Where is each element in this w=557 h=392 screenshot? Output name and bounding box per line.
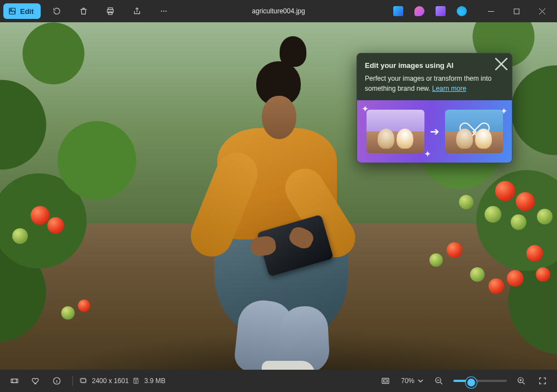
- fullscreen-icon: [538, 376, 547, 385]
- svg-rect-4: [108, 12, 112, 14]
- ai-edit-popup: Edit your images using AI Perfect your i…: [356, 53, 512, 163]
- photos-app-tile[interactable]: [393, 6, 403, 16]
- heart-icon: [31, 376, 40, 385]
- minimize-button[interactable]: [478, 0, 504, 22]
- onedrive-app-tile[interactable]: [457, 6, 467, 16]
- zoom-out-icon: [434, 376, 443, 385]
- dimensions-icon: [80, 377, 87, 385]
- titlebar: Edit agriculture004.jpg: [0, 0, 557, 22]
- svg-rect-14: [135, 378, 138, 380]
- app-launchers: [393, 6, 478, 16]
- ai-popup-title: Edit your images using AI: [365, 60, 494, 71]
- onenote-app-tile[interactable]: [436, 6, 446, 16]
- arrow-icon: ➔: [430, 125, 439, 138]
- svg-rect-8: [514, 9, 519, 14]
- more-button[interactable]: [153, 0, 174, 22]
- maximize-icon: [514, 8, 520, 14]
- rotate-icon: [52, 7, 61, 16]
- zoom-slider[interactable]: [453, 380, 507, 382]
- edit-icon: [8, 7, 17, 16]
- edit-button[interactable]: Edit: [3, 3, 41, 19]
- image-dimensions: 2400 x 1601: [80, 377, 129, 385]
- delete-button[interactable]: [73, 0, 94, 22]
- svg-rect-16: [382, 378, 389, 383]
- print-button[interactable]: [100, 0, 121, 22]
- svg-point-5: [160, 11, 162, 12]
- more-icon: [159, 7, 168, 16]
- info-button[interactable]: [48, 372, 66, 390]
- zoom-in-button[interactable]: [512, 372, 530, 390]
- svg-point-6: [163, 11, 164, 12]
- rotate-button[interactable]: [46, 0, 67, 22]
- zoom-in-icon: [517, 376, 526, 385]
- zoom-dropdown[interactable]: 70%: [398, 375, 427, 386]
- zoom-out-button[interactable]: [430, 372, 448, 390]
- svg-point-7: [165, 11, 166, 12]
- svg-rect-9: [11, 379, 18, 383]
- disk-icon: [132, 377, 140, 385]
- ai-after-thumb: [445, 110, 503, 153]
- fullscreen-button[interactable]: [534, 372, 551, 390]
- ai-popup-preview: ✦ ✦ ✦ ➔: [357, 100, 512, 163]
- fit-to-window-button[interactable]: [377, 372, 394, 390]
- trash-icon: [79, 7, 88, 16]
- share-button[interactable]: [126, 0, 148, 22]
- share-icon: [133, 7, 141, 16]
- filmstrip-icon: [10, 376, 19, 385]
- statusbar: 2400 x 1601 3.9 MB 70%: [0, 370, 557, 392]
- file-size: 3.9 MB: [132, 377, 165, 385]
- print-icon: [106, 7, 115, 16]
- zoom-value: 70%: [401, 377, 414, 385]
- close-icon: [495, 58, 507, 70]
- file-name: agriculture004.jpg: [252, 7, 305, 15]
- favorite-button[interactable]: [27, 372, 45, 390]
- fit-icon: [381, 376, 390, 385]
- filmstrip-toggle-button[interactable]: [6, 372, 23, 390]
- ai-before-thumb: [367, 110, 424, 153]
- ai-popup-close-button[interactable]: [495, 58, 507, 70]
- ai-popup-learn-more-link[interactable]: Learn more: [432, 85, 466, 92]
- chevron-down-icon: [418, 378, 423, 384]
- clipchamp-app-tile[interactable]: [414, 6, 424, 16]
- svg-point-15: [135, 381, 137, 383]
- minimize-icon: [488, 8, 494, 14]
- image-viewer[interactable]: Edit your images using AI Perfect your i…: [0, 22, 557, 370]
- edit-button-label: Edit: [20, 7, 34, 16]
- svg-point-1: [11, 9, 12, 10]
- svg-rect-17: [384, 380, 388, 382]
- info-icon: [52, 376, 61, 385]
- maximize-button[interactable]: [504, 0, 529, 22]
- close-button[interactable]: [529, 0, 555, 22]
- ai-popup-body: Perfect your images or transform them in…: [365, 75, 491, 92]
- separator: [72, 376, 73, 386]
- close-icon: [539, 8, 545, 14]
